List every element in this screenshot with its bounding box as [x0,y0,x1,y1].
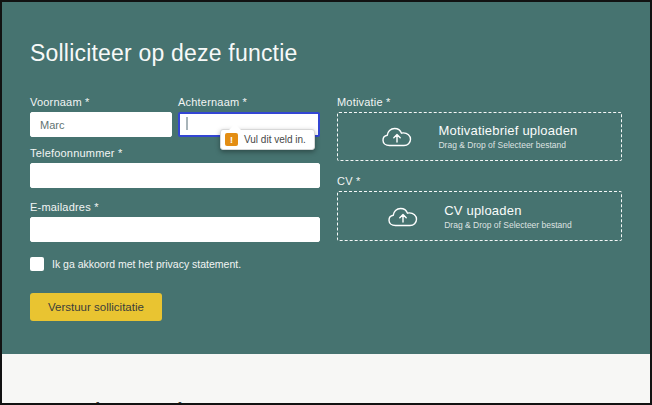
application-page: Solliciteer op deze functie Voornaam * A… [0,0,652,405]
exclamation-icon: ! [225,133,238,146]
motivatie-upload-subtitle: Drag & Drop of Selecteer bestand [438,140,577,150]
emailadres-field: E-mailadres * [30,201,320,242]
motivatie-upload-text: Motivatiebrief uploaden Drag & Drop of S… [438,123,577,150]
cv-upload-field: CV * CV uploaden Drag & Drop of Selectee… [337,175,622,241]
cv-upload-text: CV uploaden Drag & Drop of Selecteer bes… [444,203,572,230]
voornaam-field: Voornaam * [30,96,172,137]
application-form: Voornaam * Achternaam * ! Vul dit veld i… [30,96,622,321]
cv-upload-dropzone[interactable]: CV uploaden Drag & Drop of Selecteer bes… [337,191,622,241]
text-cursor [186,117,188,130]
apply-section: Solliciteer op deze functie Voornaam * A… [30,2,622,321]
cv-upload-title: CV uploaden [444,203,572,218]
page-title: Solliciteer op deze functie [30,40,622,67]
cv-upload-subtitle: Drag & Drop of Selecteer bestand [444,220,572,230]
cloud-upload-icon [381,125,413,148]
emailadres-input[interactable] [30,217,320,242]
achternaam-label: Achternaam * [178,96,320,108]
cloud-upload-icon [387,205,419,228]
telefoonnummer-field: Telefoonnummer * [30,147,320,188]
emailadres-label: E-mailadres * [30,201,320,213]
validation-tooltip: ! Vul dit veld in. [220,129,315,150]
privacy-checkbox-label: Ik ga akkoord met het privacy statement. [52,258,241,270]
name-fields-row: Voornaam * Achternaam * ! Vul dit veld i… [30,96,320,137]
achternaam-field: Achternaam * ! Vul dit veld in. [178,96,320,137]
motivatie-label: Motivatie * [337,96,622,108]
motivatie-upload-dropzone[interactable]: Motivatiebrief uploaden Drag & Drop of S… [337,112,622,161]
form-right-column: Motivatie * Motivatiebrief uploaden Drag… [337,96,622,321]
related-vacancies-section: Gerelateerde vacatures [2,354,650,403]
privacy-checkbox[interactable] [30,257,44,271]
voornaam-input[interactable] [30,112,172,137]
cv-label: CV * [337,175,622,187]
submit-button[interactable]: Verstuur sollicitatie [30,293,162,321]
validation-tooltip-text: Vul dit veld in. [244,134,306,145]
form-left-column: Voornaam * Achternaam * ! Vul dit veld i… [30,96,320,321]
voornaam-label: Voornaam * [30,96,172,108]
motivatie-upload-field: Motivatie * Motivatiebrief uploaden Drag… [337,96,622,161]
related-vacancies-heading: Gerelateerde vacatures [30,398,333,405]
privacy-checkbox-row: Ik ga akkoord met het privacy statement. [30,257,320,271]
telefoonnummer-input[interactable] [30,163,320,188]
motivatie-upload-title: Motivatiebrief uploaden [438,123,577,138]
